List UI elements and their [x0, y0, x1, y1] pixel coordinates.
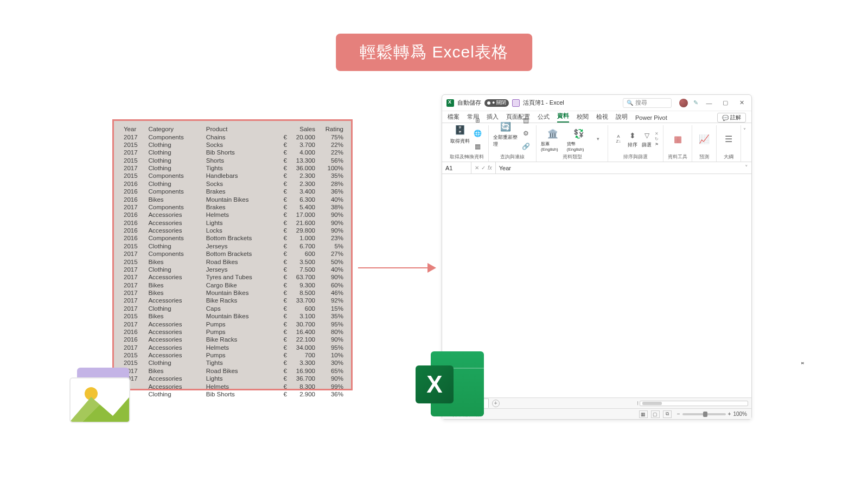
search-input[interactable]: 🔍 搜尋 [623, 98, 672, 108]
tab-校閱[interactable]: 校閱 [577, 111, 589, 123]
excel-app-icon: X [412, 346, 494, 427]
close-button[interactable]: ✕ [736, 99, 747, 106]
from-table-icon[interactable]: ▦ [472, 140, 484, 152]
ribbon-tabs: 檔案常用插入頁面配置公式資料校閱檢視說明Power Pivot💬 註解 [442, 111, 751, 123]
zoom-level[interactable]: 100% [733, 411, 747, 417]
ribbon-group-datatools: ▦ 資料工具 [663, 125, 692, 162]
user-avatar[interactable] [679, 99, 688, 107]
ribbon-collapse-icon[interactable]: ˅ [741, 125, 748, 136]
cancel-fx-icon[interactable]: ✕ [475, 165, 479, 171]
convert-arrow [358, 261, 436, 274]
currency-icon[interactable]: 💱 [571, 126, 586, 141]
autosave-toggle[interactable]: ● 關閉 [484, 99, 509, 107]
from-web-icon[interactable]: 🌐 [472, 127, 484, 139]
enter-fx-icon[interactable]: ✓ [481, 165, 486, 171]
annotate-button[interactable]: 💬 註解 [717, 113, 746, 123]
queries-icon[interactable]: ▤ [520, 114, 532, 126]
view-break-icon[interactable]: ⧉ [663, 410, 672, 418]
source-image-table: YearCategoryProductSalesRating2017Compon… [112, 119, 353, 390]
zoom-in-button[interactable]: + [728, 411, 731, 417]
save-icon[interactable] [512, 99, 520, 107]
search-icon: 🔍 [627, 100, 633, 106]
ribbon-group-forecast: 📈 預測 [692, 125, 717, 162]
properties-icon[interactable]: ⚙ [520, 127, 532, 139]
ribbon-group-datatypes: 🏛️ 股票 (English) 💱 貨幣 (English) ▾ 資料類型 [537, 125, 608, 162]
refresh-all-icon[interactable]: 🔄 [498, 119, 513, 134]
image-gallery-icon [65, 363, 146, 428]
links-icon[interactable]: 🔗 [520, 140, 532, 152]
view-page-icon[interactable]: ▢ [651, 410, 660, 418]
clear-filter-icon[interactable]: ✕ [655, 131, 659, 136]
fx-icon[interactable]: fx [488, 165, 492, 171]
tagline-banner: 輕鬆轉爲 Excel表格 [336, 34, 532, 71]
from-text-icon[interactable]: 🗎 [472, 114, 484, 126]
tab-檢視[interactable]: 檢視 [596, 111, 608, 123]
filter-icon[interactable]: ▽ [641, 130, 653, 142]
hscroll-right-icon[interactable]: ▸ [800, 356, 868, 369]
outline-icon[interactable]: ☰ [721, 131, 736, 146]
tab-Power Pivot[interactable]: Power Pivot [635, 113, 667, 123]
fx-expand-icon[interactable]: ˅ [742, 164, 751, 171]
zoom-slider[interactable] [682, 413, 726, 415]
sort-icon[interactable]: ⬍ [627, 130, 639, 142]
titlebar: 自動儲存 ● 關閉 活頁簿1 - Excel 🔍 搜尋 ✎ — ▢ ✕ [442, 95, 751, 111]
autosave-label: 自動儲存 [457, 99, 481, 107]
reapply-icon[interactable]: ↻ [655, 137, 659, 142]
ribbon-group-get-transform: 🗄️ 取得資料 🗎 🌐 ▦ 取得及轉換資料 [445, 125, 489, 162]
tab-說明[interactable]: 說明 [616, 111, 628, 123]
document-title: 活頁簿1 - Excel [523, 99, 564, 107]
ribbon: 🗄️ 取得資料 🗎 🌐 ▦ 取得及轉換資料 🔄 全部重新整理 ▤ [442, 123, 751, 162]
formula-input[interactable]: Year [496, 165, 742, 171]
pen-icon[interactable]: ✎ [693, 99, 698, 106]
forecast-icon[interactable]: 📈 [697, 131, 712, 146]
stocks-icon[interactable]: 🏛️ [545, 126, 560, 141]
minimize-button[interactable]: — [704, 100, 714, 106]
zoom-out-button[interactable]: − [677, 411, 680, 417]
hscroll-track[interactable] [640, 401, 748, 406]
data-tools-icon[interactable]: ▦ [670, 131, 685, 146]
ribbon-group-sort-filter: AZ↓ ⬍ 排序 ▽ 篩選 ✕ ↻ ⚑ 排序與篩選 [608, 125, 663, 162]
maximize-button[interactable]: ▢ [720, 99, 731, 106]
name-box[interactable]: A1 [442, 162, 471, 174]
ribbon-group-queries: 🔄 全部重新整理 ▤ ⚙ 🔗 查詢與連線 [489, 125, 537, 162]
excel-logo-icon [446, 99, 454, 107]
advanced-icon[interactable]: ⚑ [655, 142, 659, 147]
datatype-more-icon[interactable]: ▾ [593, 133, 603, 145]
ribbon-group-outline: ☰ 大綱 [717, 125, 741, 162]
formula-bar: A1 ✕ ✓ fx Year ˅ [442, 162, 751, 174]
sort-asc-icon[interactable]: AZ↓ [612, 133, 624, 145]
tab-資料[interactable]: 資料 [557, 110, 569, 123]
tab-公式[interactable]: 公式 [538, 111, 550, 123]
view-normal-icon[interactable]: ▦ [639, 410, 648, 418]
get-data-icon[interactable]: 🗄️ [452, 123, 468, 138]
